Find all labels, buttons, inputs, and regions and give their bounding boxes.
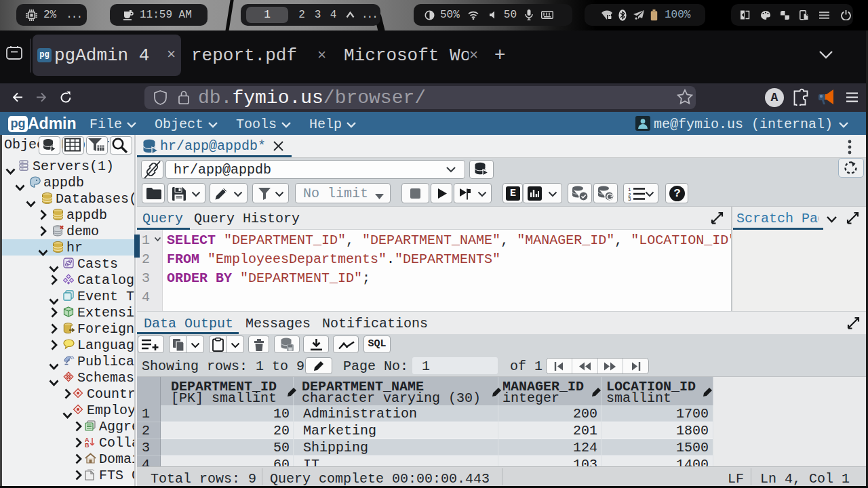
svg-text:B: B — [85, 442, 90, 448]
svg-text:3: 3 — [628, 197, 631, 201]
